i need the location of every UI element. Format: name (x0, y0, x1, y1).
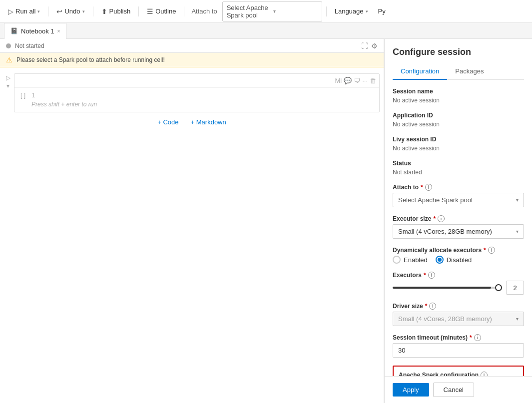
outline-button[interactable]: ☰ Outline (143, 5, 180, 17)
livy-label: Livy session ID (393, 136, 524, 143)
radio-disabled-circle (436, 256, 444, 264)
apache-spark-info-icon[interactable]: i (481, 372, 488, 376)
publish-button[interactable]: ⬆ Publish (97, 5, 135, 17)
run-all-dropdown-icon[interactable]: ▾ (37, 9, 40, 14)
app-id-value: No active session (393, 121, 524, 128)
executor-info-icon[interactable]: i (438, 215, 445, 222)
run-all-label: Run all (15, 7, 35, 15)
attach-to-arrow-icon: ▾ (516, 197, 519, 203)
cell-line-number: 1 (31, 92, 97, 99)
publish-icon: ⬆ (101, 7, 107, 15)
executor-size-label: Executor size * i (393, 215, 524, 222)
add-markdown-label: + Markdown (191, 118, 226, 126)
comment-icon[interactable]: 💬 (344, 77, 352, 84)
session-name-label: Session name (393, 88, 524, 95)
driver-required: * (425, 303, 428, 310)
attach-to-label: Attach to (188, 7, 220, 15)
dynamic-info-icon[interactable]: i (488, 247, 495, 254)
tab-bar: 📓 Notebook 1 × (0, 23, 532, 39)
undo-button[interactable]: ↩ Undo ▾ (52, 5, 88, 17)
cell-area: ▷ ▾ Ml 💬 🗨 ··· 🗑 [ ] (0, 67, 384, 403)
undo-dropdown-icon[interactable]: ▾ (82, 9, 85, 14)
py-label[interactable]: Py (374, 5, 390, 17)
tab-configuration[interactable]: Configuration (393, 63, 447, 80)
executors-required: * (424, 272, 426, 279)
settings-icon[interactable]: ⚙ (371, 42, 378, 50)
cancel-button[interactable]: Cancel (433, 383, 474, 397)
cell-toolbar: Ml 💬 🗨 ··· 🗑 (14, 74, 379, 88)
driver-size-value: Small (4 vCores, 28GB memory) (398, 315, 492, 323)
attach-to-select[interactable]: Select Apache Spark pool ▾ (393, 193, 524, 207)
status-text: Not started (15, 42, 44, 49)
driver-size-field: Driver size * i Small (4 vCores, 28GB me… (393, 303, 524, 326)
session-timeout-input[interactable] (393, 343, 524, 358)
driver-size-label: Driver size * i (393, 303, 524, 310)
executors-field: Executors * i 2 (393, 272, 524, 295)
attach-info-icon[interactable]: i (425, 184, 432, 191)
ml-icon[interactable]: Ml (335, 77, 342, 84)
executor-size-arrow-icon: ▾ (516, 229, 519, 234)
tab-close-button[interactable]: × (57, 28, 60, 34)
executor-required: * (433, 215, 436, 222)
configure-session-panel: Configure session Configuration Packages… (384, 39, 532, 403)
executor-size-select[interactable]: Small (4 vCores, 28GB memory) ▾ (393, 224, 524, 239)
separator-5 (326, 6, 327, 16)
run-all-button[interactable]: ▷ Run all ▾ (4, 5, 44, 17)
separator-1 (48, 6, 48, 16)
timeout-required: * (470, 334, 472, 341)
config-tabs: Configuration Packages (393, 63, 524, 80)
status-bar: Not started ⛶ ⚙ (0, 39, 384, 53)
config-title: Configure session (393, 47, 524, 57)
executor-size-field: Executor size * i Small (4 vCores, 28GB … (393, 215, 524, 239)
attach-to-dropdown[interactable]: Select Apache Spark pool ▾ (222, 1, 322, 21)
code-cell: Ml 💬 🗨 ··· 🗑 [ ] 1 Press shift + enter t… (14, 73, 380, 112)
livy-field: Livy session ID No active session (393, 136, 524, 152)
driver-size-arrow-icon: ▾ (516, 316, 519, 322)
apache-spark-section: Apache Spark configuration i Use default… (393, 366, 524, 376)
warning-icon: ⚠ (6, 56, 12, 64)
radio-enabled[interactable]: Enabled (393, 256, 428, 264)
undo-icon: ↩ (56, 7, 62, 15)
cell-indicator: [ ] (20, 92, 25, 108)
dynamic-alloc-field: Dynamically allocate executors * i Enabl… (393, 247, 524, 264)
session-timeout-field: Session timeout (minutes) * i (393, 334, 524, 358)
dynamic-required: * (484, 247, 486, 254)
radio-disabled[interactable]: Disabled (436, 256, 472, 264)
driver-info-icon[interactable]: i (429, 303, 436, 310)
add-markdown-button[interactable]: + Markdown (191, 118, 226, 126)
driver-size-select[interactable]: Small (4 vCores, 28GB memory) ▾ (393, 312, 524, 326)
add-code-button[interactable]: + Code (157, 118, 178, 126)
config-header: Configure session Configuration Packages (385, 39, 532, 80)
status-field-label: Status (393, 160, 524, 167)
radio-enabled-circle (393, 256, 401, 264)
executors-info-icon[interactable]: i (428, 272, 435, 279)
more-options-icon[interactable]: ··· (362, 77, 368, 84)
executors-slider[interactable] (393, 287, 502, 289)
collapse-cell-button[interactable]: ▾ (4, 82, 12, 89)
executors-value: 2 (506, 281, 524, 295)
session-name-value: No active session (393, 97, 524, 104)
lang-dropdown-icon: ▾ (366, 9, 368, 14)
notebook-area: Not started ⛶ ⚙ ⚠ Please select a Spark … (0, 39, 384, 403)
language-button[interactable]: Language ▾ (331, 5, 372, 17)
add-code-label: + Code (157, 118, 178, 126)
session-name-field: Session name No active session (393, 88, 524, 104)
timeout-info-icon[interactable]: i (474, 334, 481, 341)
chat-icon[interactable]: 🗨 (354, 77, 360, 84)
slider-fill (393, 287, 491, 289)
undo-label: Undo (64, 7, 80, 15)
radio-enabled-label: Enabled (404, 256, 428, 264)
tab-packages[interactable]: Packages (447, 63, 492, 80)
cell-content[interactable]: [ ] 1 Press shift + enter to run (14, 88, 379, 112)
run-cell-button[interactable]: ▷ (4, 74, 12, 81)
apply-button[interactable]: Apply (393, 383, 429, 397)
attach-to-value: Select Apache Spark pool (227, 4, 271, 19)
notebook-tab[interactable]: 📓 Notebook 1 × (4, 23, 66, 39)
publish-label: Publish (109, 7, 131, 15)
slider-thumb[interactable] (495, 284, 502, 291)
cell-controls: ▷ ▾ (4, 73, 12, 89)
expand-icon[interactable]: ⛶ (361, 42, 368, 50)
livy-value: No active session (393, 145, 524, 152)
delete-cell-button[interactable]: 🗑 (370, 77, 376, 84)
executors-label: Executors * i (393, 272, 524, 279)
